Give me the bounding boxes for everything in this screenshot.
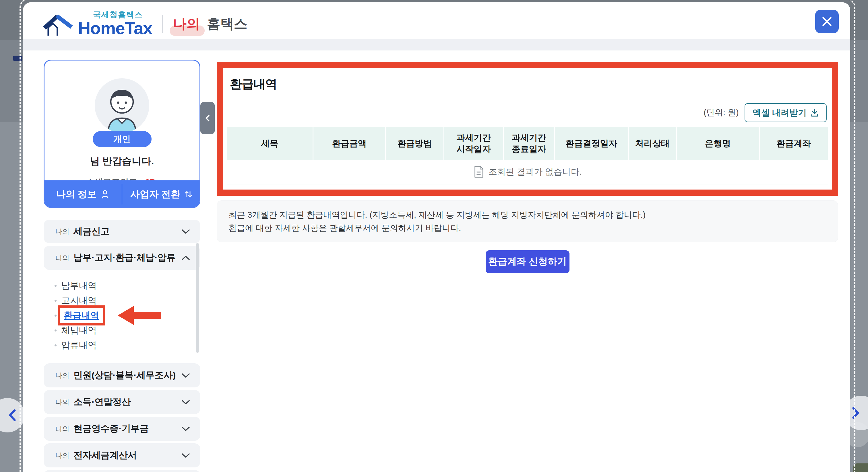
sidebar-scrollbar-thumb[interactable]: [196, 243, 199, 353]
col-refund-amount: 환급금액: [313, 127, 385, 160]
sidebar-section-cash-receipt[interactable]: 나의 현금영수증·기부금: [43, 417, 200, 441]
sidebar-section-tax-filing[interactable]: 나의 세금신고: [43, 220, 200, 243]
swap-vertical-icon: [184, 190, 192, 198]
sidebar-submenu: 납부내역 고지내역 환급내역: [43, 272, 200, 361]
chevron-down-icon: [181, 453, 190, 458]
bullet-icon: [55, 314, 57, 316]
chevron-left-icon: [205, 114, 211, 122]
col-tax-item: 세목: [227, 127, 313, 160]
page-title: 나의 홈택스: [172, 14, 247, 34]
bullet-icon: [55, 300, 57, 302]
annotation-arrow-left-icon: [118, 306, 161, 325]
chevron-left-icon: [6, 409, 19, 422]
unit-label: (단위: 원): [704, 107, 739, 119]
notice-line: 최근 3개월간 지급된 환급내역입니다. (지방소득세, 재산세 등 지방세는 …: [228, 208, 826, 222]
sidebar-section-e-tax-invoice[interactable]: 나의 전자세금계산서: [43, 443, 200, 467]
person-icon: [101, 190, 110, 199]
col-bank-name: 은행명: [677, 127, 760, 160]
col-status: 처리상태: [628, 127, 676, 160]
sidebar-item-arrears-history[interactable]: 체납내역: [43, 323, 200, 338]
col-period-end: 과세기간 종료일자: [503, 127, 555, 160]
sidebar-section-payment[interactable]: 나의 납부·고지·환급·체납·압류: [43, 246, 200, 270]
sidebar-collapse-handle[interactable]: [200, 102, 215, 134]
bullet-icon: [55, 285, 57, 287]
col-refund-method: 환급방법: [386, 127, 444, 160]
page-title-accent: 나의: [173, 16, 200, 31]
main-content: 환급내역 (단위: 원) 엑셀 내려받기: [217, 62, 838, 273]
sidebar-section-civil-service[interactable]: 나의 민원(상담·불복·세무조사): [43, 363, 200, 387]
sidebar-section-income[interactable]: 나의 소득·연말정산: [43, 390, 200, 414]
hometax-logo[interactable]: 국세청홈택스 HomeTax: [42, 10, 152, 38]
panel-title: 환급내역: [230, 76, 825, 92]
notice-line: 환급에 대한 자세한 사항은 관할세무서에 문의하시기 바랍니다.: [228, 222, 826, 235]
close-icon: [822, 16, 832, 27]
col-decision-date: 환급결정일자: [555, 127, 628, 160]
switch-to-business-button[interactable]: 사업자 전환: [122, 180, 200, 208]
modal-header: 국세청홈택스 HomeTax 나의 홈택스: [23, 2, 850, 50]
annotation-highlight-box: 환급내역: [58, 305, 105, 326]
greeting-text: 님 반갑습니다.: [44, 155, 199, 168]
chevron-down-icon: [181, 400, 190, 405]
sidebar-item-payment-history[interactable]: 납부내역: [43, 278, 200, 293]
my-info-button[interactable]: 나의 정보: [43, 180, 122, 208]
sidebar-menu: 나의 세금신고 나의 납부·고지·환급·체납·압류: [43, 220, 200, 472]
hometax-logo-text: 국세청홈택스 HomeTax: [78, 11, 152, 37]
empty-message: 조회된 결과가 없습니다.: [489, 166, 582, 178]
screen: 국세청홈택스 HomeTax 나의 홈택스: [0, 0, 868, 472]
chevron-down-icon: [181, 229, 190, 234]
excel-download-button[interactable]: 엑셀 내려받기: [745, 103, 827, 122]
sidebar: 개인 님 반갑습니다. * 세금포인트 :6P 나의 정보 사업자 전환: [43, 60, 200, 472]
chevron-down-icon: [181, 427, 190, 431]
sidebar-item-seizure-history[interactable]: 압류내역: [43, 338, 200, 353]
table-header-row: 세목 환급금액 환급방법 과세기간 시작일자 과세기간 종료일자 환급결정일자 …: [227, 127, 828, 160]
title-divider: [230, 99, 825, 99]
bullet-icon: [55, 344, 57, 346]
avatar: [95, 78, 149, 133]
user-type-badge: 개인: [93, 131, 152, 147]
bullet-icon: [55, 330, 57, 332]
empty-row: 조회된 결과가 없습니다.: [227, 160, 828, 184]
notice-box: 최근 3개월간 지급된 환급내역입니다. (지방소득세, 재산세 등 지방세는 …: [217, 200, 838, 242]
apply-refund-account-button[interactable]: 환급계좌 신청하기: [486, 250, 569, 273]
refund-table: 세목 환급금액 환급방법 과세기간 시작일자 과세기간 종료일자 환급결정일자 …: [227, 127, 828, 184]
sidebar-item-refund-history[interactable]: 환급내역: [43, 308, 200, 323]
logo-name-text: HomeTax: [78, 20, 152, 37]
profile-card-footer: 나의 정보 사업자 전환: [43, 180, 200, 208]
page-title-rest: 홈택스: [207, 15, 247, 33]
close-button[interactable]: [815, 10, 839, 33]
annotation-outline-box: 환급내역 (단위: 원) 엑셀 내려받기: [217, 62, 838, 196]
sidebar-section-welfare[interactable]: 나의 복지(학자금·장려금): [43, 470, 200, 472]
download-icon: [811, 108, 818, 117]
profile-card: 개인 님 반갑습니다. * 세금포인트 :6P 나의 정보 사업자 전환: [43, 60, 200, 208]
header-divider: [162, 15, 163, 33]
chevron-up-icon: [181, 256, 190, 260]
chevron-down-icon: [181, 373, 190, 378]
col-refund-account: 환급계좌: [759, 127, 828, 160]
document-icon: [473, 165, 484, 178]
my-hometax-modal: 국세청홈택스 HomeTax 나의 홈택스: [23, 2, 850, 472]
logo-agency-text: 국세청홈택스: [93, 11, 152, 19]
table-toolbar: (단위: 원) 엑셀 내려받기: [228, 103, 827, 122]
col-period-start: 과세기간 시작일자: [444, 127, 503, 160]
hometax-house-icon: [42, 10, 73, 38]
